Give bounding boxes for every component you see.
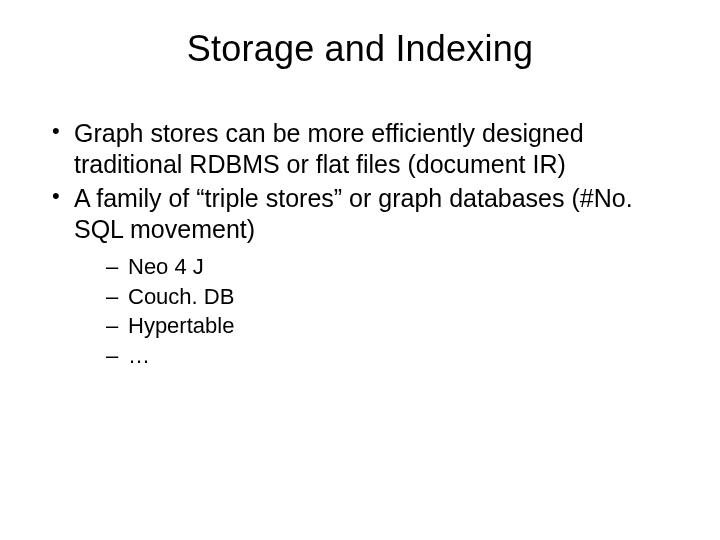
- bullet-item: A family of “triple stores” or graph dat…: [48, 183, 680, 371]
- bullet-text: A family of “triple stores” or graph dat…: [74, 184, 633, 243]
- bullet-item: Graph stores can be more efficiently des…: [48, 118, 680, 179]
- sub-bullet-item: Couch. DB: [74, 282, 680, 312]
- slide: Storage and Indexing Graph stores can be…: [0, 0, 720, 540]
- main-bullet-list: Graph stores can be more efficiently des…: [48, 118, 680, 371]
- sub-bullet-item: Hypertable: [74, 311, 680, 341]
- sub-bullet-list: Neo 4 J Couch. DB Hypertable …: [74, 252, 680, 371]
- sub-bullet-item: Neo 4 J: [74, 252, 680, 282]
- sub-bullet-item: …: [74, 341, 680, 371]
- slide-title: Storage and Indexing: [40, 28, 680, 70]
- slide-content: Graph stores can be more efficiently des…: [40, 118, 680, 371]
